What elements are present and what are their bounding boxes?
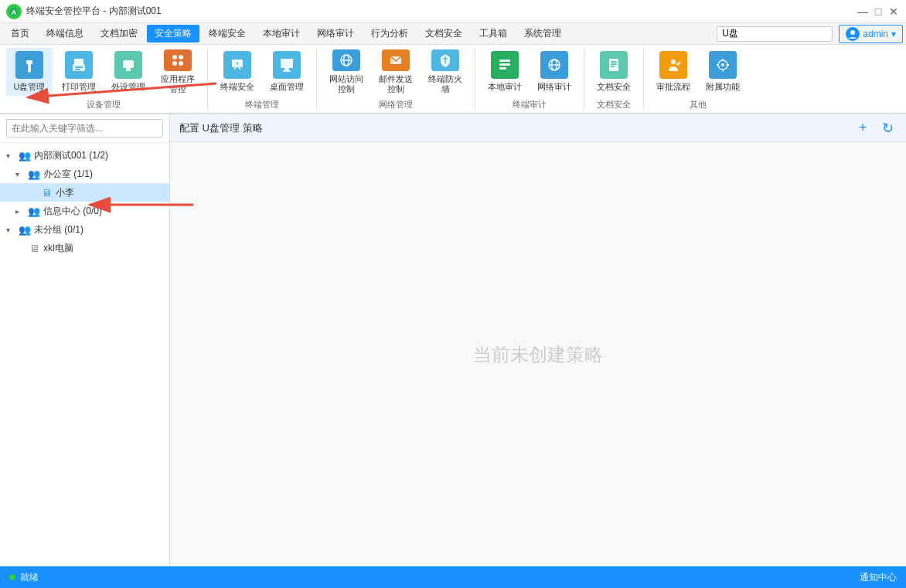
approval-icon	[659, 51, 687, 79]
toolbar-group-audit: 本地审计 网络审计 终端审计	[475, 48, 584, 110]
tree-item-xiaoli[interactable]: 🖥 小李	[0, 183, 169, 202]
svg-rect-35	[499, 59, 510, 62]
minimize-button[interactable]: —	[857, 5, 869, 18]
notification-center-text[interactable]: 通知中心	[860, 572, 897, 583]
svg-point-18	[172, 61, 177, 66]
svg-rect-4	[26, 60, 32, 64]
toolbar-group-other: 审批流程 附属功能 其他	[644, 48, 752, 110]
toolbar-btn-website[interactable]: 网站访问控制	[323, 48, 370, 96]
toolbar-items-other: 审批流程 附属功能	[650, 48, 746, 96]
tree-item-root[interactable]: ▾ 👥 内部测试001 (1/2)	[0, 146, 169, 165]
main-area: ▾ 👥 内部测试001 (1/2) ▾ 👥 办公室 (1/1) 🖥 小李 ▸ 👥…	[0, 114, 906, 566]
menu-toolbox[interactable]: 工具箱	[472, 25, 515, 42]
svg-rect-5	[28, 64, 31, 70]
sidebar-search-input[interactable]	[6, 119, 163, 138]
usb-btn-label: U盘管理	[14, 82, 46, 92]
local-audit-btn-label: 本地审计	[488, 82, 522, 92]
menu-net-audit[interactable]: 网络审计	[309, 25, 362, 42]
svg-rect-25	[284, 68, 289, 70]
svg-rect-24	[281, 59, 293, 68]
group-icon-infocenter: 👥	[28, 205, 40, 217]
svg-point-51	[721, 63, 724, 66]
network-group-label: 网络管理	[379, 96, 413, 110]
status-indicator	[9, 574, 15, 580]
svg-rect-15	[169, 52, 186, 69]
email-icon	[382, 49, 410, 71]
app-title: 终端安全管控平台 - 内部测试001	[26, 5, 162, 18]
net-audit-btn-label: 网络审计	[537, 82, 571, 92]
tree-label-ungroup: 未分组 (0/1)	[34, 223, 83, 236]
status-bar: 就绪 通知中心	[0, 566, 906, 588]
add-policy-button[interactable]: +	[853, 119, 872, 138]
terminal-sec-btn-label: 终端安全	[220, 82, 254, 92]
toolbar-items-audit: 本地审计 网络审计	[482, 48, 577, 96]
svg-rect-8	[74, 59, 83, 65]
tree-item-ungroup[interactable]: ▾ 👥 未分组 (0/1)	[0, 220, 169, 239]
toolbar-btn-print[interactable]: 打印管理	[56, 48, 102, 96]
toolbar-btn-appctrl[interactable]: 应用程序管控	[155, 48, 201, 96]
title-bar: A 终端安全管控平台 - 内部测试001 — □ ✕	[0, 0, 906, 23]
computer-icon-xiaoli: 🖥	[40, 186, 53, 199]
toolbar-btn-approval[interactable]: 审批流程	[650, 48, 697, 96]
toolbar-btn-doc-sec[interactable]: 文档安全	[591, 48, 637, 96]
toolbar-btn-desktop[interactable]: 桌面管理	[264, 48, 310, 96]
maximize-button[interactable]: □	[872, 5, 884, 18]
sidebar: ▾ 👥 内部测试001 (1/2) ▾ 👥 办公室 (1/1) 🖥 小李 ▸ 👥…	[0, 114, 170, 566]
svg-point-2	[850, 30, 855, 35]
menu-system-admin[interactable]: 系统管理	[516, 25, 569, 42]
menu-doc-security[interactable]: 文档安全	[417, 25, 470, 42]
toolbar-btn-local-audit[interactable]: 本地审计	[482, 48, 528, 96]
net-audit-icon	[540, 51, 568, 79]
toolbar-items-network: 网站访问控制 邮件发送控制	[323, 48, 468, 96]
svg-rect-36	[499, 63, 510, 66]
tree-item-office[interactable]: ▾ 👥 办公室 (1/1)	[0, 165, 169, 183]
toolbar-group-network: 网站访问控制 邮件发送控制	[317, 48, 475, 110]
menu-bar-right: admin ▾	[717, 25, 903, 43]
menu-terminal-security[interactable]: 终端安全	[201, 25, 254, 42]
menu-terminal-info[interactable]: 终端信息	[39, 25, 91, 42]
tree-item-infocenter[interactable]: ▸ 👥 信息中心 (0/0)	[0, 202, 169, 220]
close-button[interactable]: ✕	[887, 5, 900, 18]
user-button[interactable]: admin ▾	[839, 25, 903, 43]
tree-item-xkl[interactable]: 🖥 xkl电脑	[0, 239, 169, 257]
global-search-input[interactable]	[717, 26, 833, 42]
addon-btn-label: 附属功能	[706, 82, 740, 92]
content-body: 当前未创建策略	[170, 142, 906, 566]
device-icon	[114, 51, 142, 79]
device-group-label: 设备管理	[87, 96, 121, 110]
group-icon: 👥	[19, 149, 31, 161]
toolbar-items-device: U盘管理 打印管理	[6, 48, 201, 96]
refresh-button[interactable]: ↻	[878, 119, 897, 138]
menu-home[interactable]: 首页	[3, 25, 37, 42]
toolbar-btn-terminal-sec[interactable]: 终端安全	[214, 48, 261, 96]
app-icon	[164, 49, 192, 71]
user-avatar	[846, 27, 860, 41]
local-audit-icon	[491, 51, 519, 79]
menu-behavior[interactable]: 行为分析	[363, 25, 416, 42]
toolbar-btn-firewall[interactable]: 终端防火墙	[422, 48, 468, 96]
terminal-sec-icon	[223, 51, 251, 79]
toolbar-group-doc-sec: 文档安全 文档安全	[584, 48, 644, 110]
toolbar-btn-usb[interactable]: U盘管理	[6, 48, 53, 96]
menu-doc-encrypt[interactable]: 文档加密	[93, 25, 145, 42]
toolbar-group-terminal: 终端安全 桌面管理 终端管理	[208, 48, 317, 110]
toolbar-btn-email[interactable]: 邮件发送控制	[373, 48, 419, 96]
svg-rect-45	[611, 63, 617, 65]
svg-rect-46	[611, 66, 615, 67]
toolbar: U盘管理 打印管理	[0, 45, 906, 114]
toolbar-btn-net-audit[interactable]: 网络审计	[531, 48, 577, 96]
group-icon-office: 👥	[28, 168, 40, 180]
menu-local-audit[interactable]: 本地审计	[255, 25, 308, 42]
print-btn-label: 打印管理	[62, 82, 96, 92]
menu-bar: 首页 终端信息 文档加密 安全策略 终端安全 本地审计 网络审计 行为分析 文档…	[0, 23, 906, 45]
menu-security-policy[interactable]: 安全策略	[147, 25, 199, 42]
toolbar-items-doc-sec: 文档安全	[591, 48, 637, 96]
print-icon	[65, 51, 93, 79]
toolbar-btn-addon[interactable]: 附属功能	[700, 48, 746, 96]
website-icon	[332, 49, 360, 71]
expand-icon-office: ▾	[15, 170, 25, 178]
email-btn-label: 邮件发送控制	[376, 74, 416, 94]
svg-rect-44	[611, 61, 617, 63]
toolbar-btn-device[interactable]: 外设管理	[105, 48, 152, 96]
doc-sec-icon	[600, 51, 628, 79]
